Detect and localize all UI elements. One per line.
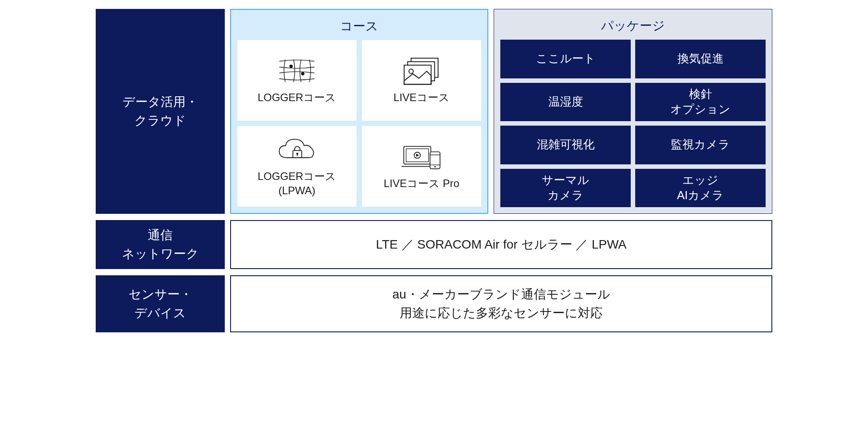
- package-item: 監視カメラ: [635, 126, 766, 164]
- label-network: 通信ネットワーク: [96, 220, 225, 269]
- package-item: 混雑可視化: [500, 126, 631, 164]
- label-sensors: センサー・デバイス: [96, 275, 225, 332]
- photos-icon: [402, 57, 442, 85]
- row1-content: コース: [230, 9, 772, 214]
- package-item: サーマルカメラ: [500, 169, 631, 208]
- course-label: LIVEコース Pro: [384, 176, 459, 190]
- course-card-logger-lpwa: LOGGERコース(LPWA): [237, 126, 357, 207]
- package-panel: パッケージ ここルート 換気促進 温湿度 検針オプション 混雑可視化 監視カメラ…: [494, 9, 772, 214]
- label-network-text: 通信ネットワーク: [122, 226, 199, 263]
- course-card-live-pro: LIVEコース Pro: [362, 126, 481, 207]
- row-network: 通信ネットワーク LTE ／ SORACOM Air for セルラー ／ LP…: [96, 220, 772, 269]
- course-grid: LOGGERコース: [237, 40, 481, 207]
- package-grid: ここルート 換気促進 温湿度 検針オプション 混雑可視化 監視カメラ サーマルカ…: [500, 40, 766, 207]
- course-header: コース: [237, 14, 481, 40]
- svg-point-16: [434, 166, 436, 167]
- network-content: LTE ／ SORACOM Air for セルラー ／ LPWA: [230, 220, 772, 269]
- row-data-cloud: データ活用・クラウド コース: [96, 9, 772, 214]
- network-content-text: LTE ／ SORACOM Air for セルラー ／ LPWA: [376, 235, 626, 254]
- course-panel: コース: [230, 9, 488, 214]
- row-sensors: センサー・デバイス au・メーカーブランド通信モジュール 用途に応じた多彩なセン…: [96, 275, 772, 332]
- sensors-content: au・メーカーブランド通信モジュール 用途に応じた多彩なセンサーに対応: [230, 275, 772, 332]
- svg-rect-4: [404, 65, 431, 84]
- sensors-content-line1: au・メーカーブランド通信モジュール: [392, 285, 610, 304]
- package-item: 温湿度: [500, 83, 631, 122]
- devices-icon: [402, 143, 442, 171]
- svg-point-1: [301, 72, 304, 76]
- course-label: LOGGERコース(LPWA): [258, 169, 337, 197]
- service-architecture-diagram: データ活用・クラウド コース: [96, 9, 772, 332]
- package-item: ここルート: [500, 40, 631, 78]
- package-item: 検針オプション: [635, 83, 766, 122]
- course-card-logger: LOGGERコース: [237, 40, 357, 121]
- label-data-cloud: データ活用・クラウド: [96, 9, 225, 214]
- package-item: エッジAIカメラ: [635, 169, 766, 208]
- course-label: LOGGERコース: [258, 90, 337, 104]
- grid-map-icon: [277, 57, 317, 85]
- package-item: 換気促進: [635, 40, 766, 78]
- sensors-content-line2: 用途に応じた多彩なセンサーに対応: [400, 304, 603, 323]
- label-sensors-text: センサー・デバイス: [129, 285, 192, 323]
- svg-point-0: [289, 65, 293, 68]
- cloud-lock-icon: [277, 135, 317, 164]
- course-card-live: LIVEコース: [362, 40, 481, 121]
- label-data-cloud-text: データ活用・クラウド: [122, 93, 198, 130]
- course-label: LIVEコース: [393, 90, 450, 104]
- package-header: パッケージ: [500, 14, 766, 40]
